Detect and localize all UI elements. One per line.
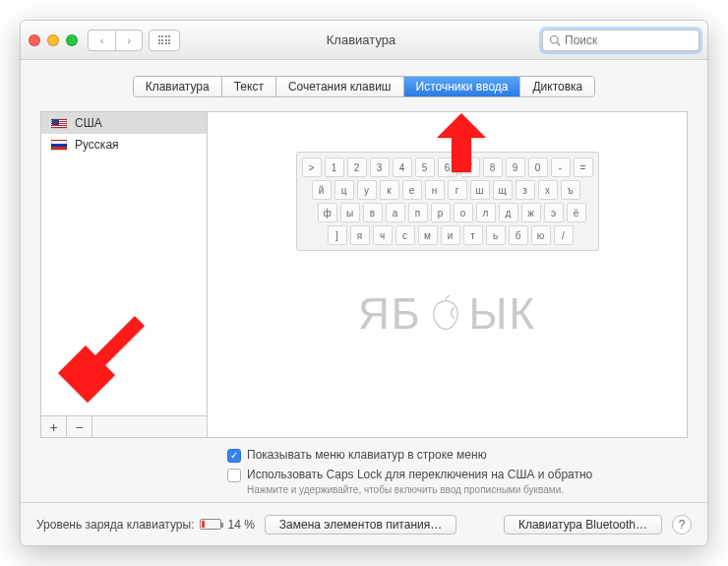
key: ю <box>531 225 551 245</box>
key: ч <box>373 225 393 245</box>
key: 0 <box>528 157 548 177</box>
keyboard-preview-pane: >1234567890-=йцукенгшщзхъфывапролджэё]яч… <box>208 111 688 438</box>
option-caps-lock-sub: Нажмите и удерживайте, чтобы включить вв… <box>247 484 688 495</box>
key: ь <box>486 225 506 245</box>
key: г <box>448 180 467 200</box>
source-label: Русская <box>75 138 119 152</box>
footer-bar: Уровень заряда клавиатуры: 14 % Замена э… <box>21 502 707 545</box>
key: 9 <box>506 157 525 177</box>
key: 4 <box>393 157 412 177</box>
key: ы <box>340 203 360 222</box>
key: р <box>431 203 451 222</box>
key: 5 <box>415 157 435 177</box>
show-all-button[interactable] <box>149 30 180 51</box>
key: ё <box>567 203 586 222</box>
key: ц <box>334 180 354 200</box>
apple-bite-icon <box>424 292 467 336</box>
grid-icon <box>158 35 171 44</box>
search-field[interactable] <box>542 30 699 51</box>
key: я <box>350 225 370 245</box>
key: / <box>554 225 574 245</box>
key: х <box>538 180 558 200</box>
window-title: Клавиатура <box>180 32 542 47</box>
preferences-window: ‹ › Клавиатура Клавиатура Текст Сочетани… <box>20 20 708 546</box>
source-item-us[interactable]: США <box>41 112 207 134</box>
checkbox-caps-lock[interactable] <box>227 469 241 482</box>
battery-status: Уровень заряда клавиатуры: 14 % <box>36 518 255 532</box>
content-area: США Русская + − >1234567890-=йцукенгшщзх… <box>21 111 707 438</box>
key: - <box>551 157 571 177</box>
titlebar: ‹ › Клавиатура <box>21 21 707 60</box>
key: > <box>302 157 322 177</box>
option-label: Показывать меню клавиатур в строке меню <box>247 448 487 462</box>
key: п <box>408 203 428 222</box>
key: к <box>380 180 399 200</box>
forward-button[interactable]: › <box>115 30 143 51</box>
source-label: США <box>75 116 102 130</box>
key: = <box>574 157 593 177</box>
flag-us-icon <box>51 118 67 129</box>
tab-text[interactable]: Текст <box>222 77 276 96</box>
close-icon[interactable] <box>29 34 40 46</box>
key: щ <box>493 180 513 200</box>
key: е <box>402 180 422 200</box>
svg-line-1 <box>557 42 560 45</box>
key: э <box>544 203 564 222</box>
key: й <box>312 180 332 200</box>
window-controls <box>29 34 78 46</box>
search-input[interactable] <box>565 33 693 47</box>
key: с <box>395 225 415 245</box>
key: т <box>463 225 483 245</box>
key: и <box>441 225 460 245</box>
tab-keyboard[interactable]: Клавиатура <box>134 77 222 96</box>
source-item-ru[interactable]: Русская <box>41 134 207 156</box>
source-list[interactable]: США Русская <box>41 112 207 415</box>
minimize-icon[interactable] <box>47 34 59 46</box>
checkbox-show-menu[interactable] <box>227 449 241 463</box>
option-label: Использовать Caps Lock для переключения … <box>247 468 592 481</box>
key: 2 <box>347 157 367 177</box>
tab-shortcuts[interactable]: Сочетания клавиш <box>276 77 404 96</box>
bluetooth-keyboard-button[interactable]: Клавиатура Bluetooth… <box>504 515 662 535</box>
keyboard-layout-preview: >1234567890-=йцукенгшщзхъфывапролджэё]яч… <box>296 152 599 251</box>
key: ] <box>328 225 347 245</box>
key: ф <box>318 203 337 222</box>
key: л <box>476 203 496 222</box>
key: б <box>509 225 528 245</box>
battery-icon <box>200 519 221 530</box>
key: 6 <box>438 157 457 177</box>
tab-bar: Клавиатура Текст Сочетания клавиш Источн… <box>21 60 707 111</box>
key: з <box>516 180 535 200</box>
zoom-icon[interactable] <box>66 34 78 46</box>
add-source-button[interactable]: + <box>41 416 67 437</box>
key: о <box>454 203 473 222</box>
add-remove-bar: + − <box>41 415 207 437</box>
key: у <box>357 180 377 200</box>
key: н <box>425 180 445 200</box>
option-show-menu[interactable]: Показывать меню клавиатур в строке меню <box>227 448 688 463</box>
key: 3 <box>370 157 390 177</box>
tab-dictation[interactable]: Диктовка <box>520 77 594 96</box>
key: 7 <box>460 157 480 177</box>
key: 8 <box>483 157 503 177</box>
option-caps-lock[interactable]: Использовать Caps Lock для переключения … <box>227 468 688 482</box>
key: ъ <box>561 180 580 200</box>
flag-ru-icon <box>51 140 67 151</box>
tab-input-sources[interactable]: Источники ввода <box>404 77 521 96</box>
key: а <box>386 203 405 222</box>
svg-point-0 <box>551 35 559 43</box>
remove-source-button[interactable]: − <box>67 416 92 437</box>
source-sidebar: США Русская + − <box>40 111 208 438</box>
back-button[interactable]: ‹ <box>88 30 115 51</box>
key: д <box>499 203 518 222</box>
replace-batteries-button[interactable]: Замена элементов питания… <box>265 515 456 535</box>
nav-buttons: ‹ › <box>88 30 143 51</box>
key: 1 <box>325 157 344 177</box>
watermark: ЯБ ЫК <box>358 289 536 339</box>
search-icon <box>549 34 561 46</box>
key: ж <box>521 203 541 222</box>
help-button[interactable]: ? <box>672 515 692 535</box>
key: ш <box>470 180 490 200</box>
key: в <box>363 203 383 222</box>
key: м <box>418 225 438 245</box>
